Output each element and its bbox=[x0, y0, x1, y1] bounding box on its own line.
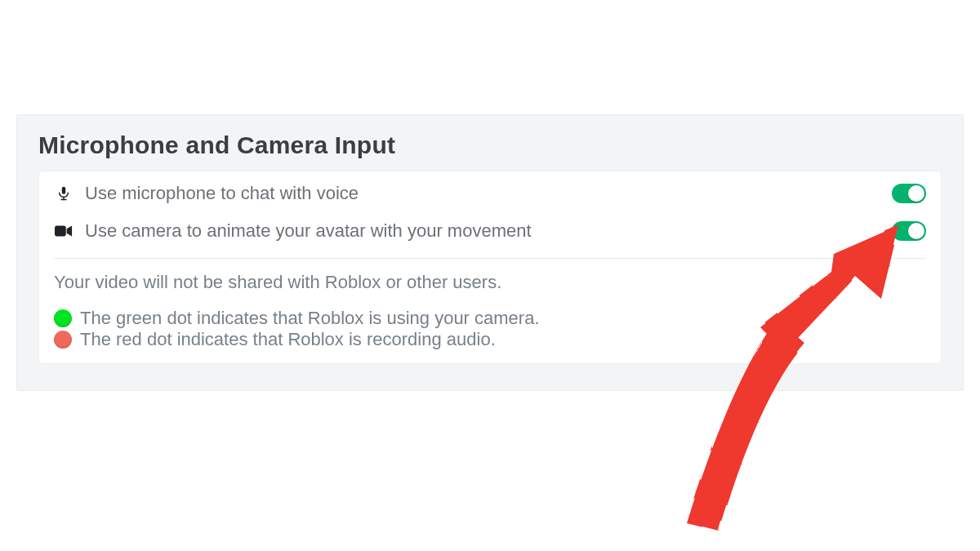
toggle-knob bbox=[908, 185, 924, 202]
svg-rect-0 bbox=[62, 187, 66, 194]
microphone-label: Use microphone to chat with voice bbox=[85, 183, 359, 204]
red-dot-icon bbox=[54, 331, 72, 349]
legend-red-text: The red dot indicates that Roblox is rec… bbox=[80, 329, 496, 350]
settings-panel: Microphone and Camera Input Use micropho… bbox=[16, 114, 964, 391]
settings-card: Use microphone to chat with voice Use ca… bbox=[38, 171, 942, 364]
video-disclaimer: Your video will not be shared with Roblo… bbox=[54, 272, 926, 293]
status-legend: The green dot indicates that Roblox is u… bbox=[54, 308, 926, 350]
app-window: Microphone and Camera Input Use micropho… bbox=[0, 0, 980, 551]
legend-green: The green dot indicates that Roblox is u… bbox=[54, 308, 926, 329]
section-title: Microphone and Camera Input bbox=[38, 131, 942, 159]
camera-toggle[interactable] bbox=[892, 221, 926, 241]
setting-left: Use camera to animate your avatar with y… bbox=[54, 220, 532, 242]
svg-rect-3 bbox=[55, 226, 66, 237]
legend-green-text: The green dot indicates that Roblox is u… bbox=[80, 308, 540, 329]
toggle-knob bbox=[908, 223, 924, 239]
microphone-icon bbox=[54, 184, 74, 202]
setting-left: Use microphone to chat with voice bbox=[54, 183, 359, 204]
legend-red: The red dot indicates that Roblox is rec… bbox=[54, 329, 926, 350]
video-camera-icon bbox=[54, 224, 74, 238]
green-dot-icon bbox=[54, 309, 72, 327]
setting-row-microphone: Use microphone to chat with voice bbox=[39, 175, 941, 212]
info-block: Your video will not be shared with Roblo… bbox=[39, 264, 941, 363]
divider bbox=[54, 258, 926, 259]
camera-label: Use camera to animate your avatar with y… bbox=[85, 220, 532, 242]
setting-row-camera: Use camera to animate your avatar with y… bbox=[39, 212, 941, 250]
microphone-toggle[interactable] bbox=[892, 184, 926, 203]
